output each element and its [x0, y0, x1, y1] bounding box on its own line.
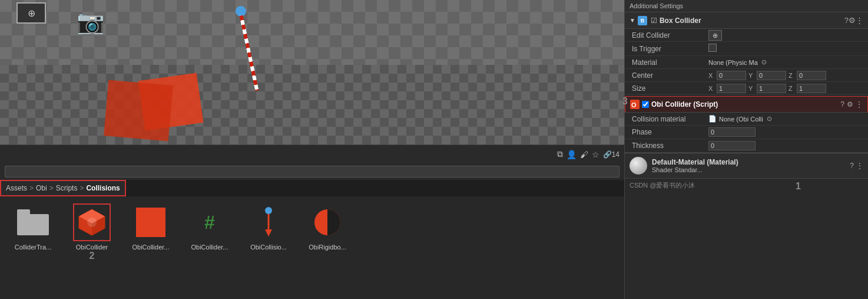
additional-settings-label: Additional Settings: [625, 0, 868, 12]
box-collider-header: ▼ B ☑ Box Collider ? ⚙ ⋮: [625, 12, 868, 29]
phase-input[interactable]: [708, 127, 756, 137]
folder-icon: [17, 209, 49, 235]
material-label: Material: [632, 58, 708, 67]
thickness-label: Thickness: [632, 142, 708, 150]
z-axis-label: Z: [789, 72, 796, 79]
file-icon-hash: #: [191, 203, 228, 241]
viewport-tool-icon[interactable]: ⊕: [16, 2, 46, 24]
collision-material-row: Collision material 📄 None (Obi Colli ⊙: [625, 113, 868, 126]
annotation-2: 2: [90, 251, 95, 261]
center-y-input[interactable]: [757, 71, 786, 80]
help-icon-boxcollider[interactable]: ?: [844, 16, 849, 25]
collapse-triangle[interactable]: ▼: [630, 17, 635, 24]
size-z-input[interactable]: [797, 84, 826, 93]
svg-point-4: [87, 218, 97, 227]
star-icon[interactable]: ☆: [592, 150, 599, 159]
breadcrumb-obi[interactable]: Obi: [36, 184, 47, 192]
viewport: 📷 ⊕: [0, 0, 624, 144]
thickness-input[interactable]: [708, 141, 756, 150]
size-label: Size: [632, 84, 708, 93]
settings-icon-boxcollider[interactable]: ⚙: [849, 16, 856, 25]
menu-icon-material[interactable]: ⋮: [856, 162, 863, 170]
breadcrumb-collisions[interactable]: Collisions: [86, 184, 120, 192]
copy-icon[interactable]: ⧉: [557, 149, 563, 159]
svg-text:O: O: [631, 101, 637, 109]
size-x-field: X: [708, 84, 746, 93]
link-count: 🔗14: [603, 150, 619, 159]
edit-collider-button[interactable]: ⊕: [708, 30, 722, 41]
file-item-obicollisio[interactable]: ObiCollisio...: [245, 203, 292, 292]
phase-row: Phase: [625, 126, 868, 139]
svg-point-6: [265, 207, 272, 214]
collision-material-text: None (Obi Colli: [719, 116, 763, 123]
file-grid: ColliderTra... ObiCollider: [0, 196, 624, 299]
is-trigger-checkbox[interactable]: [708, 44, 717, 52]
collision-material-btn[interactable]: ⊙: [767, 115, 772, 123]
default-material-section: Default-Material (Material) Shader Stand…: [625, 153, 868, 178]
material-text: None (Physic Ma: [708, 59, 758, 66]
bottom-section: ⧉ 👤 🖌 ☆ 🔗14 Assets > Obi > Sc: [0, 144, 624, 299]
center-x-input[interactable]: [717, 71, 746, 80]
file-item-obirigidbo[interactable]: ObiRigidbo...: [304, 203, 351, 292]
left-panel: 📷 ⊕ ⧉ 👤 🖌 ☆ 🔗14: [0, 0, 624, 299]
breadcrumb-scripts[interactable]: Scripts: [56, 184, 78, 192]
breadcrumb-sep-2: >: [49, 184, 54, 192]
center-y-field: Y: [748, 71, 786, 80]
file-item-collidertra[interactable]: ColliderTra...: [9, 203, 57, 292]
obi-collider-checkbox[interactable]: [642, 101, 649, 108]
size-fields: X Y Z: [708, 84, 861, 93]
material-icons: ? ⋮: [850, 162, 863, 170]
box-collider-title: Box Collider: [660, 17, 844, 25]
camera-icon: 📷: [77, 9, 104, 35]
material-row: Material None (Physic Ma ⊙: [625, 56, 868, 69]
rope-file-icon: [252, 206, 285, 239]
file-item-obicollider[interactable]: ObiCollider 2: [68, 203, 115, 292]
size-x-input[interactable]: [717, 84, 746, 93]
box-collider-icon: B: [638, 16, 647, 25]
bottom-toolbar: ⧉ 👤 🖌 ☆ 🔗14: [0, 144, 624, 163]
material-value: None (Physic Ma ⊙: [708, 58, 767, 66]
menu-icon-boxcollider[interactable]: ⋮: [856, 16, 863, 25]
user-icon[interactable]: 👤: [566, 150, 577, 159]
file-label-obicollider2: ObiCollider...: [132, 244, 170, 251]
x-axis-label: X: [708, 72, 715, 79]
size-y-input[interactable]: [757, 84, 786, 93]
breadcrumb-sep-3: >: [79, 184, 84, 192]
file-label-obicollider3: ObiCollider...: [191, 244, 228, 251]
edit-collider-label: Edit Collider: [632, 31, 708, 40]
center-z-field: Z: [789, 71, 826, 80]
material-select-btn[interactable]: ⊙: [761, 58, 767, 66]
file-label-obirigidbo: ObiRigidbo...: [309, 244, 346, 251]
y-axis-label: Y: [748, 72, 756, 79]
center-z-input[interactable]: [797, 71, 826, 80]
size-y-field: Y: [748, 84, 786, 93]
size-row: Size X Y Z: [625, 82, 868, 95]
edit-collider-row: Edit Collider ⊕: [625, 29, 868, 42]
file-item-obicollider3[interactable]: # ObiCollider...: [186, 203, 233, 292]
material-title: Default-Material (Material): [652, 158, 845, 166]
menu-icon-obicollider[interactable]: ⋮: [856, 100, 863, 109]
edit-collider-value[interactable]: ⊕: [708, 31, 861, 40]
sphere-top-indicator: [236, 6, 246, 17]
obi-collider-header: O Obi Collider (Script) ? ⚙ ⋮: [625, 96, 868, 113]
annotation-1: 1: [796, 181, 801, 192]
breadcrumb-sep-1: >: [29, 184, 34, 192]
brush-icon[interactable]: 🖌: [580, 150, 588, 159]
material-info: Default-Material (Material) Shader Stand…: [652, 158, 845, 173]
box-collider-checkbox[interactable]: ☑: [651, 17, 657, 25]
obi-collider-icon: O: [630, 100, 640, 109]
search-input[interactable]: [5, 166, 619, 178]
file-item-obicollider2[interactable]: ObiCollider...: [127, 203, 174, 292]
annotation-3: 3: [624, 96, 628, 107]
settings-icon-obicollider[interactable]: ⚙: [847, 100, 853, 109]
sy-axis-label: Y: [748, 85, 756, 92]
help-icon-obicollider[interactable]: ?: [840, 100, 844, 109]
orange-square-icon: [136, 208, 165, 237]
breadcrumb-assets[interactable]: Assets: [6, 184, 27, 192]
help-icon-material[interactable]: ?: [850, 162, 854, 170]
right-panel: Additional Settings ▼ B ☑ Box Collider ?…: [624, 0, 868, 299]
center-label: Center: [632, 71, 708, 80]
sx-axis-label: X: [708, 85, 715, 92]
material-sphere-icon: [630, 157, 647, 175]
svg-marker-7: [265, 229, 272, 236]
